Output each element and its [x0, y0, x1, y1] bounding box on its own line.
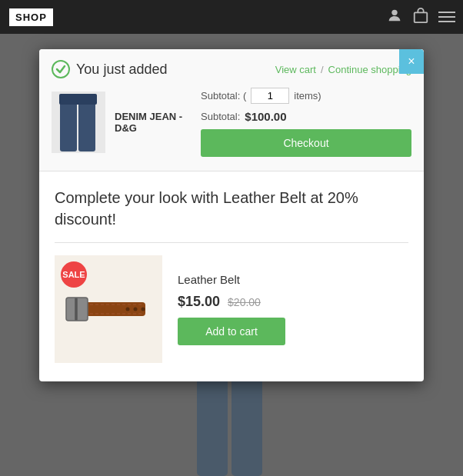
add-to-cart-button[interactable]: Add to cart	[178, 318, 285, 345]
belt-image	[62, 288, 155, 331]
subtotal-amount-row: Subtotal: $100.00	[201, 110, 411, 123]
bag-icon[interactable]	[412, 7, 429, 28]
upsell-image-container: SALE	[55, 255, 162, 363]
upsell-info: Leather Belt $15.00 $20.00 Add to cart	[178, 273, 285, 345]
svg-point-16	[142, 307, 145, 311]
added-header: You just added View cart / Continue shop…	[52, 60, 411, 78]
check-icon	[52, 60, 70, 78]
svg-point-0	[391, 9, 397, 15]
svg-rect-1	[415, 12, 428, 22]
svg-rect-7	[59, 94, 97, 105]
subtotal-label: Subtotal: (	[201, 90, 246, 102]
product-subtotals: Subtotal: ( items) Subtotal: $100.00 Che…	[201, 88, 411, 157]
svg-point-15	[134, 307, 138, 311]
checkout-button[interactable]: Checkout	[201, 129, 411, 157]
upsell-product-name: Leather Belt	[178, 273, 285, 286]
product-name: DENIM JEAN - D&G	[115, 111, 192, 134]
sale-badge: SALE	[61, 261, 87, 288]
background-content: × You just added View cart / Continue sh…	[0, 34, 463, 476]
shop-logo: SHOP	[9, 8, 53, 26]
hamburger-icon[interactable]	[438, 12, 455, 22]
original-price: $20.00	[228, 296, 261, 308]
upsell-section: Complete your look with Leather Belt at …	[39, 171, 424, 381]
view-cart-link[interactable]: View cart	[275, 64, 316, 75]
price-row: $15.00 $20.00	[178, 294, 285, 310]
added-title: You just added	[76, 62, 269, 78]
svg-point-14	[126, 307, 130, 311]
subtotal-qty-row: Subtotal: ( items)	[201, 88, 411, 104]
header-icons	[386, 7, 455, 28]
modal-overlay: × You just added View cart / Continue sh…	[0, 34, 463, 476]
person-icon[interactable]	[386, 7, 403, 28]
added-links: View cart / Continue shopping	[275, 64, 411, 75]
modal: × You just added View cart / Continue sh…	[39, 49, 424, 381]
subtotal2-label: Subtotal:	[201, 111, 240, 122]
product-thumbnail	[52, 92, 105, 153]
sale-price: $15.00	[178, 294, 220, 310]
added-section: You just added View cart / Continue shop…	[39, 49, 424, 171]
link-separator: /	[321, 64, 324, 75]
subtotal-amount: $100.00	[245, 110, 286, 123]
quantity-input[interactable]	[251, 88, 289, 104]
jeans-thumbnail-svg	[58, 94, 100, 151]
upsell-product: SALE	[55, 255, 408, 363]
close-button[interactable]: ×	[399, 49, 424, 74]
header: SHOP	[0, 0, 463, 34]
product-row: DENIM JEAN - D&G Subtotal: ( items) Subt…	[52, 88, 411, 160]
upsell-divider	[55, 242, 408, 243]
upsell-title: Complete your look with Leather Belt at …	[55, 187, 408, 230]
items-label: items)	[294, 90, 321, 102]
